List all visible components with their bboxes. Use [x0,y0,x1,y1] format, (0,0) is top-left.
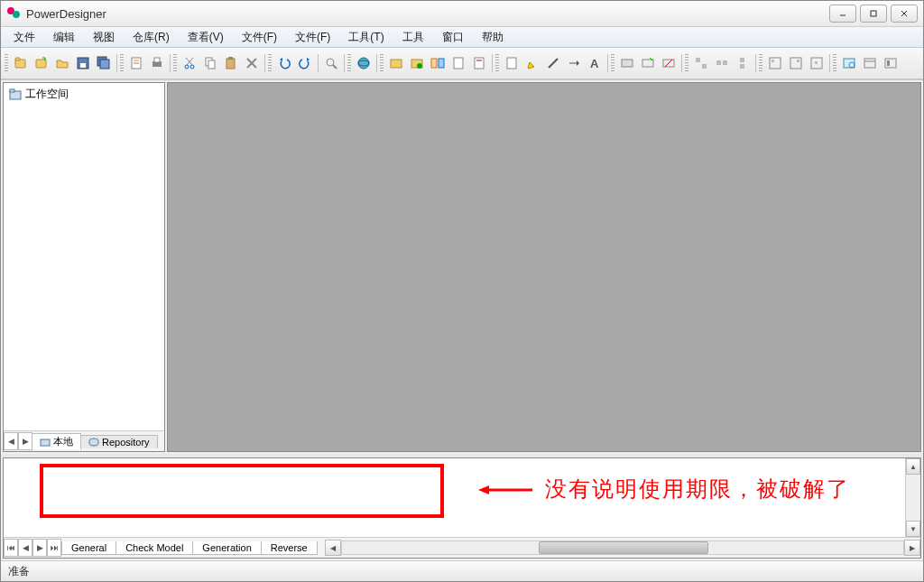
output-vscrollbar[interactable]: ▲ ▼ [905,458,920,537]
output-tab-next-icon[interactable]: ▶ [32,539,47,557]
menu-file2[interactable]: 文件(F) [233,28,286,47]
scroll-track-h[interactable] [341,540,904,555]
output-tab-prev-icon[interactable]: ◀ [18,539,32,557]
menu-edit[interactable]: 编辑 [44,28,84,47]
svg-point-30 [358,58,369,69]
svg-rect-35 [431,59,437,68]
layout-c-icon[interactable] [807,53,827,73]
output-body[interactable]: 没有说明使用期限，被破解了 ▲ ▼ [4,458,920,537]
close-button[interactable] [891,5,918,23]
toolbar-grip[interactable] [759,54,762,72]
output-tab-last-icon[interactable]: ⏭ [47,539,61,557]
tree-body[interactable]: 工作空间 [4,83,164,430]
find-icon[interactable] [321,53,341,73]
redo-icon[interactable] [295,53,315,73]
align-c-icon[interactable] [733,53,753,73]
output-tab-general[interactable]: General [61,541,116,555]
undo-icon[interactable] [274,53,294,73]
toolbar-grip[interactable] [268,54,272,72]
delete-icon[interactable] [242,53,262,73]
menu-file3[interactable]: 文件(F) [286,28,339,47]
output-pane-close-icon[interactable]: × [0,456,1,467]
layout-a-icon[interactable] [765,53,785,73]
print-icon[interactable] [147,53,167,73]
save-all-icon[interactable] [94,53,114,73]
svg-rect-12 [100,60,109,69]
scroll-thumb[interactable] [539,541,709,554]
new-model-icon[interactable] [32,53,51,73]
edit-icon[interactable] [522,53,542,73]
tree-pane-close-icon[interactable]: × [0,79,1,89]
toolbar-grip[interactable] [495,54,499,72]
sheet-a-icon[interactable] [448,53,468,73]
menu-tools[interactable]: 工具(T) [339,28,393,47]
line-icon[interactable] [543,53,563,73]
tree-tab-next-icon[interactable]: ▶ [18,432,32,450]
browser-icon[interactable] [354,53,374,73]
menu-view[interactable]: 视图 [84,28,124,47]
toolbar-grip[interactable] [347,54,351,72]
arrow-icon[interactable] [564,53,584,73]
svg-point-28 [327,59,334,66]
menu-file[interactable]: 文件 [5,28,44,47]
tree-root-label: 工作空间 [25,87,69,102]
output-tab-check-model[interactable]: Check Model [116,541,193,555]
new-project-icon[interactable] [11,53,31,73]
rect-b-icon[interactable] [638,53,658,73]
menu-window[interactable]: 窗口 [433,28,473,47]
view-a-icon[interactable] [839,53,859,73]
page-icon[interactable] [502,53,522,73]
open-icon[interactable] [52,53,72,73]
save-icon[interactable] [73,53,93,73]
output-hscrollbar[interactable]: ◀ ▶ [325,540,920,555]
view-c-icon[interactable] [881,53,901,73]
svg-rect-52 [740,58,744,62]
canvas-area[interactable] [167,82,921,452]
folder-a-icon[interactable] [386,53,406,73]
rect-a-icon[interactable] [617,53,637,73]
compare-icon[interactable] [428,53,448,73]
output-tab-reverse[interactable]: Reverse [261,541,318,555]
toolbar-grip[interactable] [611,54,614,72]
window-controls [829,5,918,23]
output-tab-generation[interactable]: Generation [192,541,261,555]
tree-root-node[interactable]: 工作空间 [9,87,159,102]
rect-c-icon[interactable] [659,53,679,73]
output-tab-first-icon[interactable]: ⏮ [4,539,18,557]
toolbar-grip[interactable] [120,54,124,72]
scroll-down-icon[interactable]: ▼ [906,521,920,537]
cut-icon[interactable] [180,53,199,73]
menu-look[interactable]: 查看(V) [179,28,233,47]
scroll-right-icon[interactable]: ▶ [904,540,920,556]
menu-repository[interactable]: 仓库(R) [124,28,179,47]
folder-b-icon[interactable] [407,53,427,73]
sheet-b-icon[interactable] [469,53,489,73]
menu-tools2[interactable]: 工具 [393,28,433,47]
svg-rect-54 [770,58,781,69]
toolbar-grip[interactable] [173,54,177,72]
text-icon[interactable]: A [585,53,605,73]
scroll-track[interactable] [906,475,920,521]
tree-tab-repository[interactable]: Repository [80,435,158,448]
toolbar-grip[interactable] [380,54,383,72]
svg-rect-50 [716,60,721,65]
toolbar-grip[interactable] [5,54,8,72]
maximize-button[interactable] [860,5,887,23]
align-b-icon[interactable] [712,53,732,73]
minimize-button[interactable] [829,5,856,23]
tree-tab-local[interactable]: 本地 [32,433,81,449]
properties-icon[interactable] [126,53,146,73]
tree-tabs: ◀ ▶ 本地 Repository [4,430,164,451]
menu-help[interactable]: 帮助 [473,28,513,47]
paste-icon[interactable] [221,53,241,73]
align-a-icon[interactable] [691,53,711,73]
tree-tab-prev-icon[interactable]: ◀ [4,432,18,450]
scroll-up-icon[interactable]: ▲ [906,458,920,475]
copy-icon[interactable] [200,53,220,73]
scroll-left-icon[interactable]: ◀ [325,540,341,556]
toolbar-grip[interactable] [685,54,688,72]
svg-line-21 [186,58,192,65]
view-b-icon[interactable] [860,53,880,73]
layout-b-icon[interactable] [786,53,806,73]
toolbar-grip[interactable] [833,54,836,72]
